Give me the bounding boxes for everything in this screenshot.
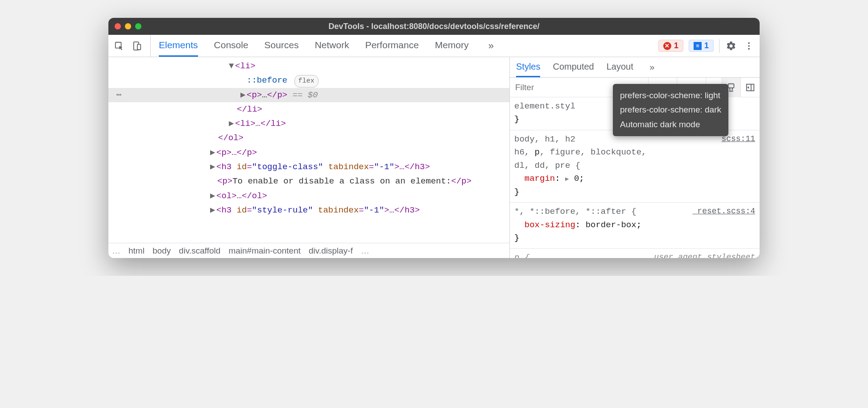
ol-collapsed[interactable]: <ol>…</ol>: [216, 191, 267, 201]
close-window-icon[interactable]: [115, 23, 121, 29]
expand-arrow-icon[interactable]: ▶: [210, 189, 216, 203]
prop-box-sizing[interactable]: box-sizing: [525, 220, 575, 230]
val-margin[interactable]: 0: [574, 174, 579, 183]
tab-performance[interactable]: Performance: [365, 35, 419, 57]
rule-box-sizing[interactable]: _reset.scss:4 *, *::before, *::after { b…: [510, 203, 760, 249]
h3-rest2[interactable]: >…</h3>: [384, 205, 420, 215]
h3-open[interactable]: <h3: [216, 162, 237, 172]
svg-point-4: [748, 45, 750, 47]
selector-element-style: element.styl: [514, 101, 575, 111]
tab-memory[interactable]: Memory: [435, 35, 469, 57]
inspect-element-icon[interactable]: [113, 40, 125, 52]
sel-universal: *, *::before, *::after {: [514, 207, 637, 216]
issues-count: 1: [704, 41, 709, 50]
p-open[interactable]: <p>: [217, 176, 232, 186]
attr-tabindex: tabindex: [328, 162, 369, 172]
popup-item-auto-dark[interactable]: Automatic dark mode: [620, 117, 721, 132]
main-toolbar: Elements Console Sources Network Perform…: [108, 35, 760, 57]
expand-arrow-icon[interactable]: ▶: [210, 146, 216, 160]
titlebar: DevTools - localhost:8080/docs/devtools/…: [108, 18, 760, 35]
rule-src-ua: user agent stylesheet: [654, 251, 755, 258]
flex-badge[interactable]: flex: [294, 75, 318, 87]
tag-p-collapsed[interactable]: <p>…</p>: [216, 148, 257, 158]
tab-network[interactable]: Network: [315, 35, 349, 57]
styles-tab-styles[interactable]: Styles: [516, 57, 540, 77]
p-text: To enable or disable a class on an eleme…: [232, 176, 451, 186]
tag-li-collapsed[interactable]: <li>…</li>: [235, 119, 286, 129]
tag-ol-close[interactable]: </ol>: [218, 133, 244, 143]
pseudo-before[interactable]: ::before: [247, 75, 287, 85]
shorthand-expand-icon[interactable]: ▶: [565, 175, 569, 183]
rule-reset-margin[interactable]: scss:11 body, h1, h2 h6, p, figure, bloc…: [510, 130, 760, 203]
crumb-display[interactable]: div.display-f: [309, 246, 353, 256]
toolbar-left: [113, 35, 151, 57]
tab-elements[interactable]: Elements: [159, 35, 198, 57]
svg-point-5: [748, 48, 750, 50]
expand-arrow-icon[interactable]: ▶: [210, 160, 216, 174]
toolbar-divider: [719, 39, 719, 53]
crumb-ellipsis-right[interactable]: …: [361, 246, 369, 256]
sel-line3: dl, dd, pre {: [514, 161, 580, 171]
rule-ua-p[interactable]: user agent stylesheet p {: [510, 249, 760, 258]
sel-line1: body, h1, h2: [514, 134, 575, 144]
crumb-main[interactable]: main#main-content: [228, 246, 301, 256]
toolbar-right: ✕ 1 ≡ 1: [658, 39, 755, 53]
issues-icon: ≡: [694, 42, 702, 50]
more-tabs-icon[interactable]: »: [485, 40, 497, 52]
window-controls: [115, 23, 141, 29]
p-close[interactable]: </p>: [451, 176, 472, 186]
devtools-window: DevTools - localhost:8080/docs/devtools/…: [108, 18, 760, 258]
sel-p: p {: [514, 253, 529, 258]
content-split: ▼<li> ::before flex ▶<p>…</p> == $0 </li…: [108, 57, 760, 258]
styles-tab-computed[interactable]: Computed: [553, 57, 594, 77]
selection-marker: == $0: [287, 90, 318, 100]
computed-sidebar-icon[interactable]: [740, 78, 760, 97]
breadcrumb: … html body div.scaffold main#main-conte…: [108, 243, 509, 258]
collapse-arrow-icon[interactable]: ▼: [229, 59, 235, 73]
attr-id-val2: "style-rule": [252, 205, 313, 215]
ellipsis-1: …: [262, 90, 267, 100]
val-box-sizing[interactable]: border-box: [586, 220, 637, 230]
svg-rect-2: [137, 44, 141, 50]
tag-li-close[interactable]: </li>: [237, 104, 262, 114]
attr-id: id: [237, 162, 247, 172]
h3-rest[interactable]: >…</h3>: [394, 162, 430, 172]
svg-rect-6: [728, 83, 734, 87]
h3-open2[interactable]: <h3: [216, 205, 237, 215]
tag-p-close[interactable]: </p>: [267, 90, 288, 100]
expand-arrow-icon[interactable]: ▶: [210, 203, 216, 217]
window-title: DevTools - localhost:8080/docs/devtools/…: [329, 22, 540, 31]
prop-margin[interactable]: margin: [525, 174, 555, 183]
rule-src-2[interactable]: _reset.scss:4: [693, 205, 755, 218]
crumb-ellipsis-left[interactable]: …: [112, 246, 120, 256]
styles-tabs: Styles Computed Layout »: [510, 57, 760, 78]
crumb-html[interactable]: html: [128, 246, 145, 256]
attr-id2: id: [237, 205, 247, 215]
settings-icon[interactable]: [725, 40, 737, 52]
expand-arrow-icon[interactable]: ▶: [240, 88, 247, 102]
styles-panel: Styles Computed Layout » :hov .cls +: [510, 57, 760, 258]
panel-tabs: Elements Console Sources Network Perform…: [159, 35, 497, 57]
styles-tab-layout[interactable]: Layout: [607, 57, 633, 77]
dom-tree[interactable]: ▼<li> ::before flex ▶<p>…</p> == $0 </li…: [108, 57, 509, 243]
popup-item-dark[interactable]: prefers-color-scheme: dark: [620, 103, 721, 117]
issues-badge[interactable]: ≡ 1: [689, 40, 714, 52]
tag-p-open[interactable]: <p>: [247, 90, 262, 100]
tab-console[interactable]: Console: [214, 35, 248, 57]
minimize-window-icon[interactable]: [125, 23, 131, 29]
tab-sources[interactable]: Sources: [265, 35, 299, 57]
attr-id-val: "toggle-class": [252, 162, 323, 172]
elements-panel: ▼<li> ::before flex ▶<p>…</p> == $0 </li…: [108, 57, 510, 258]
tag-li-open[interactable]: <li>: [235, 61, 256, 71]
error-badge[interactable]: ✕ 1: [658, 40, 683, 52]
kebab-menu-icon[interactable]: [743, 40, 755, 52]
crumb-scaffold[interactable]: div.scaffold: [179, 246, 220, 256]
expand-arrow-icon[interactable]: ▶: [229, 117, 235, 131]
more-styles-tabs-icon[interactable]: »: [646, 61, 658, 74]
device-toolbar-icon[interactable]: [131, 40, 143, 52]
rendering-emulations-popup: prefers-color-scheme: light prefers-colo…: [613, 84, 728, 136]
error-icon: ✕: [663, 42, 671, 50]
maximize-window-icon[interactable]: [135, 23, 141, 29]
popup-item-light[interactable]: prefers-color-scheme: light: [620, 88, 721, 103]
crumb-body[interactable]: body: [153, 246, 171, 256]
